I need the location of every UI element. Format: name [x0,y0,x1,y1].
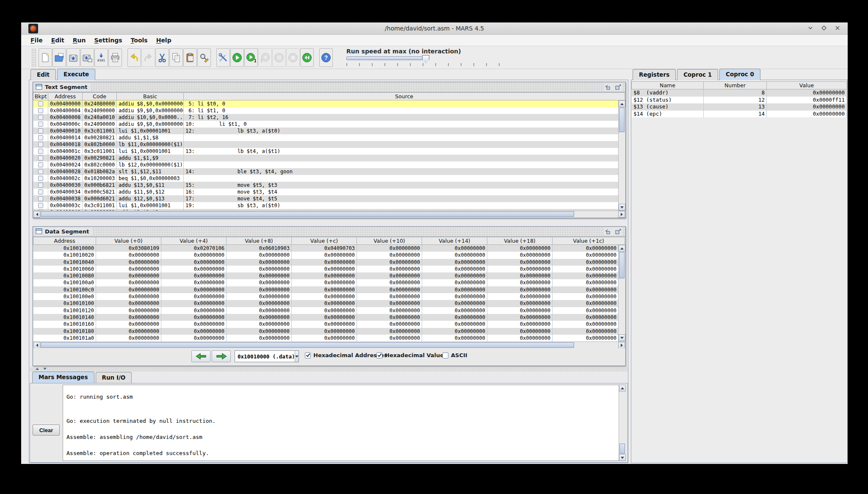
memory-value-cell[interactable]: 0x00000000 [422,328,487,335]
scroll-up-icon[interactable] [619,100,625,107]
memory-value-cell[interactable]: 0x00000000 [292,328,357,335]
memory-value-cell[interactable]: 0x00000000 [292,293,357,300]
memory-value-cell[interactable]: 0x00000000 [161,286,227,293]
breakpoint-checkbox[interactable] [38,128,43,133]
memory-value-cell[interactable]: 0x00000000 [422,307,487,314]
menu-edit[interactable]: Edit [47,36,69,45]
memory-value-cell[interactable]: 0x00000000 [161,259,227,266]
scroll-left-icon[interactable] [33,342,40,349]
memory-value-cell[interactable]: 0x00000000 [553,335,619,341]
restore-icon[interactable] [604,228,611,235]
memory-value-cell[interactable]: 0x00000000 [227,321,292,327]
memory-value-cell[interactable]: 0x00000000 [422,266,487,272]
memory-value-cell[interactable]: 0x00000000 [161,307,227,314]
scroll-up-icon[interactable] [619,385,626,391]
scrollbar-thumb[interactable] [41,211,574,217]
memory-value-cell[interactable]: 0x00000000 [553,328,619,335]
memory-value-cell[interactable]: 0x00000000 [161,314,227,321]
memory-value-cell[interactable]: 0x00000000 [96,279,161,286]
scroll-down-icon[interactable] [619,204,625,211]
breakpoint-checkbox[interactable] [38,155,43,161]
memory-value-cell[interactable]: 0x00000000 [357,252,422,258]
breakpoint-checkbox[interactable] [38,169,43,174]
memory-value-cell[interactable]: 0x00000000 [357,259,422,266]
memory-value-cell[interactable]: 0x00000000 [161,293,227,300]
memory-value-cell[interactable]: 0x00000000 [292,272,357,279]
register-value-cell[interactable]: 0x00000000 [767,89,847,97]
ascii-checkbox[interactable] [442,352,448,358]
tab-registers[interactable]: Registers [633,69,676,80]
memory-value-cell[interactable]: 0x00000000 [227,293,292,300]
memory-value-cell[interactable]: 0x06010903 [227,245,292,252]
slider-thumb[interactable] [422,55,429,63]
scrollbar-thumb[interactable] [619,252,625,278]
breakpoint-checkbox[interactable] [38,196,43,201]
memory-value-cell[interactable]: 0x00000000 [96,252,161,258]
breakpoint-checkbox[interactable] [38,149,43,154]
memory-value-cell[interactable]: 0x00000000 [96,335,161,341]
memory-value-cell[interactable]: 0x00000000 [292,279,357,286]
memory-value-cell[interactable]: 0x00000000 [96,321,161,327]
memory-value-cell[interactable]: 0x00000000 [357,335,422,341]
memory-value-cell[interactable]: 0x00000000 [292,307,357,314]
memory-value-cell[interactable]: 0x00000000 [161,321,227,327]
tab-execute[interactable]: Execute [57,69,95,80]
memory-value-cell[interactable]: 0x00000000 [357,266,422,272]
memory-value-cell[interactable]: 0x00000000 [422,252,487,258]
maximize-frame-icon[interactable] [615,84,622,90]
memory-value-cell[interactable]: 0x00000000 [553,314,619,321]
memory-value-cell[interactable]: 0x00000000 [292,266,357,272]
memory-value-cell[interactable]: 0x00000000 [96,272,161,279]
register-value-cell[interactable]: 0x00000000 [767,111,847,118]
memory-value-cell[interactable]: 0x00000000 [96,293,161,300]
memory-value-cell[interactable]: 0x00000000 [487,314,553,321]
memory-value-cell[interactable]: 0x00000000 [292,335,357,341]
memory-value-cell[interactable]: 0x00000000 [227,314,292,321]
menu-file[interactable]: File [26,36,47,45]
memory-value-cell[interactable]: 0x00000000 [553,279,619,286]
undo-button[interactable] [127,48,141,67]
memory-value-cell[interactable]: 0x00000000 [292,286,357,293]
collapse-up-icon[interactable] [36,368,39,370]
toolbar-drag-handle[interactable] [31,48,36,67]
breakpoint-checkbox[interactable] [38,162,43,167]
memory-value-cell[interactable]: 0x00000000 [553,266,619,272]
maximize-frame-icon[interactable] [615,228,622,235]
memory-value-cell[interactable]: 0x00000000 [553,321,619,327]
memory-value-cell[interactable]: 0x00000000 [487,279,553,286]
backstep-button[interactable]: 1 [258,48,272,67]
memory-value-cell[interactable]: 0x00000000 [487,328,553,335]
new-button[interactable] [39,48,52,67]
collapse-down-icon[interactable] [43,368,47,370]
assemble-button[interactable] [216,48,230,67]
memory-value-cell[interactable]: 0x00000000 [96,286,161,293]
memory-value-cell[interactable]: 0x00000000 [161,252,227,258]
memory-value-cell[interactable]: 0x00000000 [227,272,292,279]
register-value-cell[interactable]: 0x0000ff11 [767,97,847,104]
memory-value-cell[interactable]: 0x00000000 [161,328,227,335]
memory-value-cell[interactable]: 0x00000000 [357,307,422,314]
text-segment-hscrollbar[interactable] [33,211,625,217]
scrollbar-thumb[interactable] [619,108,625,132]
memory-value-cell[interactable]: 0x00000000 [422,272,487,279]
memory-value-cell[interactable]: 0x00000000 [227,335,292,341]
memory-value-cell[interactable]: 0x00000000 [161,266,227,272]
memory-value-cell[interactable]: 0x00000000 [161,300,227,307]
breakpoint-checkbox[interactable] [38,108,43,113]
menu-settings[interactable]: Settings [90,36,126,45]
breakpoint-checkbox[interactable] [38,142,43,147]
breakpoint-checkbox[interactable] [38,135,43,140]
breakpoint-checkbox[interactable] [38,189,43,194]
close-icon[interactable] [834,25,841,31]
memory-value-cell[interactable]: 0x02070106 [161,245,227,252]
memory-value-cell[interactable]: 0x00000000 [422,335,487,341]
memory-value-cell[interactable]: 0x00000000 [553,300,619,307]
chevron-down-icon[interactable] [295,351,299,362]
memory-value-cell[interactable]: 0x00000000 [96,307,161,314]
breakpoint-checkbox[interactable] [38,122,43,127]
memory-value-cell[interactable]: 0x00000000 [292,314,357,321]
memory-value-cell[interactable]: 0x00000000 [553,293,619,300]
memory-value-cell[interactable]: 0x00000000 [487,335,553,341]
splitter-handle[interactable] [30,367,628,372]
memory-value-cell[interactable]: 0x00000000 [227,259,292,266]
